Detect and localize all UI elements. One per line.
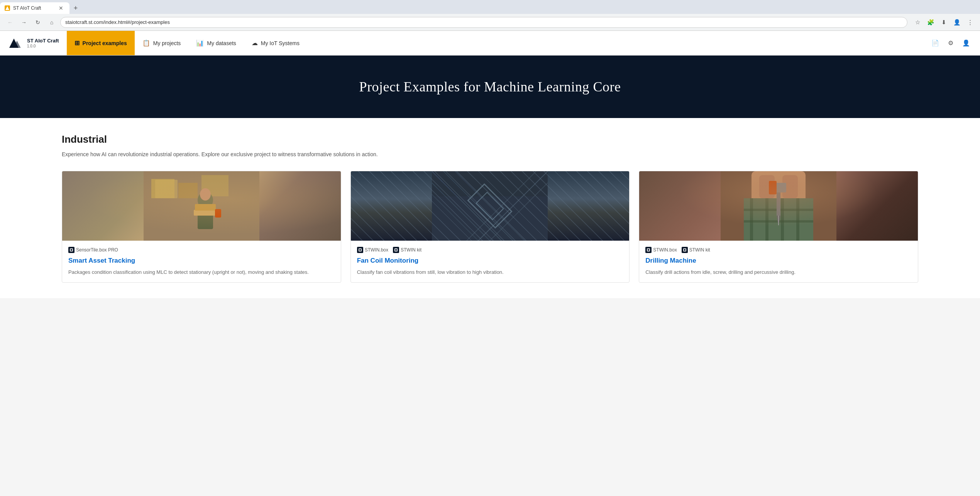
card-desc-1: Packages condition classification using …	[68, 268, 335, 276]
forward-button[interactable]: →	[19, 17, 29, 28]
svg-line-17	[432, 171, 536, 241]
svg-line-22	[443, 171, 548, 241]
svg-rect-14	[432, 171, 548, 241]
svg-marker-42	[777, 216, 780, 225]
card-image-drilling	[639, 171, 918, 241]
st-logo-icon	[8, 37, 23, 49]
tag-label-stwinbox-2: STWIN.box	[365, 247, 388, 253]
svg-line-16	[443, 171, 548, 241]
chip-icon-3b	[682, 247, 688, 253]
browser-chrome: ST AIoT Craft ✕ + ← → ↻ ⌂ ☆ 🧩 ⬇ 👤 ⋮	[0, 0, 980, 31]
logo-area: ST AIoT Craft 1.0.0	[8, 37, 59, 49]
card-image-warehouse	[62, 171, 341, 241]
svg-rect-28	[395, 249, 397, 251]
svg-point-8	[200, 188, 211, 201]
download-icon[interactable]: ⬇	[938, 17, 949, 28]
card-fan-coil[interactable]: STWIN.box STWIN kit Fan Coil Monitoring …	[350, 171, 630, 283]
chip-icon-2b	[393, 247, 399, 253]
toolbar-icons: ☆ 🧩 ⬇ 👤 ⋮	[912, 17, 975, 28]
svg-rect-10	[195, 204, 216, 211]
brand-version: 1.0.0	[27, 44, 59, 48]
card-tags-1: SensorTile.box PRO	[68, 247, 335, 253]
my-projects-icon: 📋	[142, 39, 150, 47]
svg-marker-0	[5, 6, 9, 10]
extensions-icon[interactable]: 🧩	[925, 17, 936, 28]
card-tag-sensortile: SensorTile.box PRO	[68, 247, 118, 253]
card-title-3: Drilling Machine	[645, 257, 912, 265]
browser-tab-bar: ST AIoT Craft ✕ +	[0, 0, 980, 14]
docs-icon[interactable]: 📄	[929, 37, 941, 49]
fancoil-illustration	[432, 171, 548, 241]
svg-rect-30	[752, 171, 806, 202]
card-tags-3: STWIN.box STWIN kit	[645, 247, 912, 253]
card-smart-asset-tracking[interactable]: SensorTile.box PRO Smart Asset Tracking …	[62, 171, 341, 283]
reload-button[interactable]: ↻	[32, 17, 43, 28]
header-actions: 📄 ⚙ 👤	[929, 37, 972, 49]
card-desc-3: Classify drill actions from idle, screw,…	[645, 268, 912, 276]
tag-label-sensortile: SensorTile.box PRO	[76, 247, 118, 253]
svg-rect-7	[198, 208, 213, 229]
card-tag-stwinkit-2: STWIN kit	[393, 247, 421, 253]
svg-rect-40	[771, 183, 786, 192]
svg-line-18	[455, 171, 548, 241]
svg-rect-26	[359, 249, 361, 251]
tag-label-stwinbox-3: STWIN.box	[653, 247, 677, 253]
main-nav: ⊞ Project examples 📋 My projects 📊 My da…	[67, 31, 307, 55]
svg-rect-32	[782, 175, 798, 198]
card-tag-stwinbox: STWIN.box	[357, 247, 388, 253]
user-avatar[interactable]: 👤	[960, 37, 972, 49]
card-body-3: STWIN.box STWIN kit Drilling Machine Cla…	[639, 241, 918, 282]
bookmark-icon[interactable]: ☆	[912, 17, 923, 28]
app-header: ST AIoT Craft 1.0.0 ⊞ Project examples 📋…	[0, 31, 980, 56]
nav-project-examples[interactable]: ⊞ Project examples	[67, 31, 135, 55]
tab-title: ST AIoT Craft	[13, 5, 56, 11]
new-tab-button[interactable]: +	[71, 3, 80, 13]
chip-icon-3a	[645, 247, 652, 253]
svg-rect-48	[684, 249, 685, 251]
card-image-fancoil	[351, 171, 630, 241]
nav-my-iot-systems[interactable]: ☁ My IoT Systems	[244, 31, 307, 55]
svg-rect-44	[769, 181, 777, 194]
card-drilling-machine[interactable]: STWIN.box STWIN kit Drilling Machine Cla…	[639, 171, 918, 283]
settings-icon[interactable]: ⚙	[944, 37, 957, 49]
hero-title: Project Examples for Machine Learning Co…	[8, 79, 972, 95]
active-tab[interactable]: ST AIoT Craft ✕	[0, 2, 69, 14]
tab-close-button[interactable]: ✕	[59, 5, 63, 11]
svg-line-19	[432, 171, 525, 241]
brand-name: ST AIoT Craft	[27, 38, 59, 44]
drilling-illustration	[721, 171, 836, 241]
card-tags-2: STWIN.box STWIN kit	[357, 247, 623, 253]
nav-my-datasets[interactable]: 📊 My datasets	[188, 31, 244, 55]
menu-icon[interactable]: ⋮	[965, 17, 975, 28]
svg-rect-9	[194, 210, 217, 216]
browser-toolbar: ← → ↻ ⌂ ☆ 🧩 ⬇ 👤 ⋮	[0, 14, 980, 31]
hero-section: Project Examples for Machine Learning Co…	[0, 56, 980, 118]
warehouse-illustration	[144, 171, 259, 241]
nav-my-projects[interactable]: 📋 My projects	[135, 31, 189, 55]
nav-my-projects-label: My projects	[153, 40, 181, 46]
svg-rect-13	[71, 249, 72, 251]
main-content: Industrial Experience how AI can revolut…	[0, 118, 980, 298]
home-button[interactable]: ⌂	[46, 17, 57, 28]
svg-rect-41	[777, 192, 780, 216]
card-tag-stwinbox-3: STWIN.box	[645, 247, 677, 253]
card-desc-2: Classify fan coil vibrations from still,…	[357, 268, 623, 276]
svg-rect-5	[201, 175, 228, 196]
back-button[interactable]: ←	[5, 17, 15, 28]
svg-rect-3	[155, 180, 178, 198]
svg-rect-29	[721, 171, 836, 241]
section-description: Experience how AI can revolutionize indu…	[62, 150, 918, 159]
brand-info: ST AIoT Craft 1.0.0	[27, 38, 59, 48]
chip-icon-2a	[357, 247, 363, 253]
svg-rect-2	[151, 179, 174, 198]
cards-grid: SensorTile.box PRO Smart Asset Tracking …	[62, 171, 918, 283]
card-title-2: Fan Coil Monitoring	[357, 257, 623, 265]
svg-rect-24	[476, 192, 504, 220]
my-datasets-icon: 📊	[196, 39, 204, 47]
nav-my-datasets-label: My datasets	[207, 40, 236, 46]
profile-icon[interactable]: 👤	[951, 17, 962, 28]
svg-rect-1	[144, 171, 259, 241]
nav-my-iot-systems-label: My IoT Systems	[261, 40, 300, 46]
card-body-2: STWIN.box STWIN kit Fan Coil Monitoring …	[351, 241, 630, 282]
address-bar[interactable]	[60, 17, 907, 28]
